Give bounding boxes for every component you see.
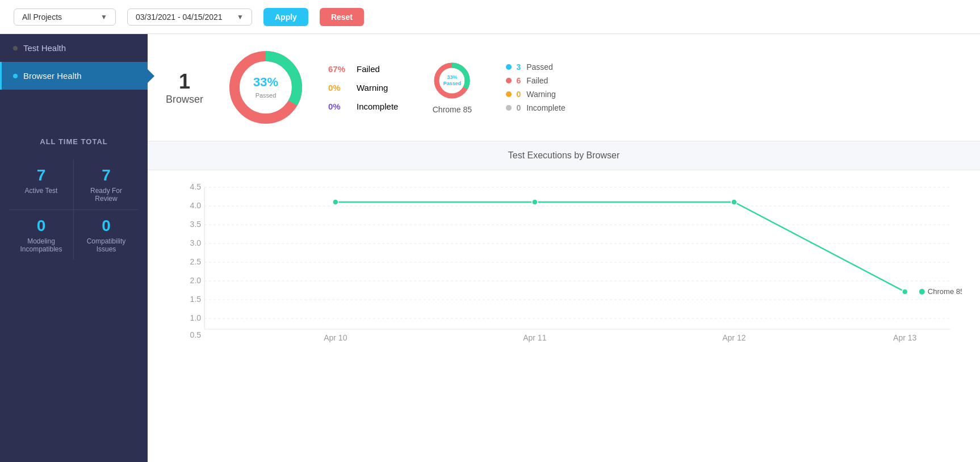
- sidebar-stats: ALL TIME TOTAL 7 Active Test 7 Ready For…: [0, 124, 148, 274]
- browser-label: Browser: [166, 94, 203, 105]
- legend-item-passed: 3 Passed: [506, 62, 565, 72]
- browser-detail: 33%Passed Chrome 85: [432, 61, 472, 114]
- main-content: 1 Browser 33% Passed 67%: [148, 34, 980, 462]
- stat-compatibility: 0 Compatibility Issues: [74, 210, 139, 260]
- project-select-label: All Projects: [22, 12, 62, 22]
- donut-center: 33% Passed: [253, 75, 278, 100]
- legend-label-warning: Warning: [526, 90, 556, 99]
- stat-label-active: Active Test: [14, 187, 69, 195]
- svg-point-23: [333, 199, 338, 205]
- warning-pct: 0%: [328, 83, 351, 93]
- legend-item-incomplete: 0 Incomplete: [506, 103, 565, 112]
- sidebar-item-label: Test Health: [23, 43, 66, 53]
- svg-text:Apr 11: Apr 11: [523, 333, 547, 342]
- sidebar-item-browser-health[interactable]: Browser Health: [0, 62, 148, 90]
- legend-label-passed: Passed: [526, 62, 553, 72]
- browser-name: Chrome 85: [433, 105, 472, 114]
- dot-icon: [13, 46, 18, 51]
- stat-ready-review: 7 Ready For Review: [74, 159, 139, 210]
- svg-text:Chrome 85: Chrome 85: [928, 287, 962, 296]
- legend-count-failed: 6: [516, 76, 521, 85]
- apply-button[interactable]: Apply: [263, 8, 308, 26]
- date-range-select[interactable]: 03/31/2021 - 04/15/2021 ▼: [127, 9, 252, 26]
- incomplete-pct: 0%: [328, 102, 351, 111]
- stat-row-incomplete: 0% Incomplete: [328, 102, 398, 111]
- small-donut-center: 33%Passed: [443, 74, 462, 87]
- failed-label: Failed: [357, 64, 380, 74]
- stats-grid: 7 Active Test 7 Ready For Review 0 Model…: [9, 159, 139, 260]
- stat-label-compat: Compatibility Issues: [78, 237, 134, 253]
- chart-header: Test Executions by Browser: [148, 141, 980, 170]
- sidebar: Test Health Browser Health ALL TIME TOTA…: [0, 34, 148, 462]
- legend-count-incomplete: 0: [516, 103, 521, 112]
- svg-text:2.5: 2.5: [190, 257, 202, 266]
- donut-label: Passed: [256, 92, 277, 99]
- reset-button[interactable]: Reset: [320, 8, 364, 26]
- svg-text:1.5: 1.5: [190, 295, 202, 304]
- stat-label-modeling: Modeling Incompatibles: [14, 237, 69, 253]
- sidebar-nav: Test Health Browser Health: [0, 34, 148, 90]
- stat-row-failed: 67% Failed: [328, 64, 398, 74]
- failed-dot-icon: [506, 78, 512, 83]
- sidebar-item-label: Browser Health: [23, 71, 82, 81]
- stats-list: 67% Failed 0% Warning 0% Incomplete: [328, 64, 398, 111]
- stat-label-ready: Ready For Review: [78, 187, 134, 203]
- browser-count: 1 Browser: [166, 70, 203, 106]
- project-select[interactable]: All Projects ▼: [14, 9, 116, 26]
- stat-modeling: 0 Modeling Incompatibles: [9, 210, 74, 260]
- legend-count-passed: 3: [516, 62, 521, 72]
- legend-count-warning: 0: [516, 90, 521, 99]
- svg-text:Apr 13: Apr 13: [893, 333, 917, 342]
- chart-body: 4.5 4.0 3.5 3.0 2.5 2.0 1.5 1.0 0.5: [148, 170, 980, 358]
- dot-icon: [13, 74, 18, 78]
- incomplete-dot-icon: [506, 105, 512, 111]
- legend-list: 3 Passed 6 Failed 0 Warning 0 Incomplete: [506, 62, 565, 112]
- browser-health-card: 1 Browser 33% Passed 67%: [148, 34, 980, 141]
- layout: Test Health Browser Health ALL TIME TOTA…: [0, 34, 980, 462]
- failed-pct: 67%: [328, 64, 351, 74]
- svg-point-25: [731, 199, 737, 205]
- legend-item-failed: 6 Failed: [506, 76, 565, 85]
- legend-label-failed: Failed: [526, 76, 548, 85]
- svg-text:Apr 12: Apr 12: [722, 333, 746, 342]
- all-time-label: ALL TIME TOTAL: [9, 137, 139, 146]
- small-donut-chart: 33%Passed: [432, 61, 472, 100]
- svg-point-26: [902, 289, 908, 295]
- main-donut-chart: 33% Passed: [226, 48, 305, 127]
- browser-number: 1: [166, 70, 203, 94]
- warning-label: Warning: [357, 83, 388, 93]
- stat-number-compat: 0: [78, 217, 134, 235]
- svg-text:Apr 10: Apr 10: [324, 333, 347, 342]
- incomplete-label: Incomplete: [357, 102, 398, 111]
- chart-section: Test Executions by Browser: [148, 141, 980, 462]
- svg-point-24: [532, 199, 538, 205]
- sidebar-item-test-health[interactable]: Test Health: [0, 34, 148, 62]
- passed-dot-icon: [506, 64, 512, 70]
- svg-text:2.0: 2.0: [190, 276, 202, 285]
- legend-label-incomplete: Incomplete: [526, 103, 565, 112]
- header: All Projects ▼ 03/31/2021 - 04/15/2021 ▼…: [0, 0, 980, 34]
- small-donut-text: 33%Passed: [443, 74, 462, 86]
- chevron-down-icon: ▼: [237, 13, 244, 21]
- svg-text:4.0: 4.0: [190, 201, 202, 210]
- date-range-label: 03/31/2021 - 04/15/2021: [136, 12, 223, 22]
- stat-active-test: 7 Active Test: [9, 159, 74, 210]
- svg-text:3.0: 3.0: [190, 238, 202, 247]
- svg-text:0.5: 0.5: [190, 330, 202, 339]
- svg-point-31: [919, 289, 925, 295]
- svg-text:1.0: 1.0: [190, 313, 202, 322]
- chart-svg: 4.5 4.0 3.5 3.0 2.5 2.0 1.5 1.0 0.5: [176, 182, 962, 346]
- stat-number-active: 7: [14, 166, 69, 184]
- svg-text:3.5: 3.5: [190, 220, 202, 229]
- stat-row-warning: 0% Warning: [328, 83, 398, 93]
- chart-title: Test Executions by Browser: [508, 150, 620, 160]
- warning-dot-icon: [506, 91, 512, 97]
- legend-item-warning: 0 Warning: [506, 90, 565, 99]
- svg-text:4.5: 4.5: [190, 182, 202, 191]
- donut-percent: 33%: [253, 75, 278, 90]
- stat-number-ready: 7: [78, 166, 134, 184]
- chevron-down-icon: ▼: [100, 13, 107, 21]
- stat-number-modeling: 0: [14, 217, 69, 235]
